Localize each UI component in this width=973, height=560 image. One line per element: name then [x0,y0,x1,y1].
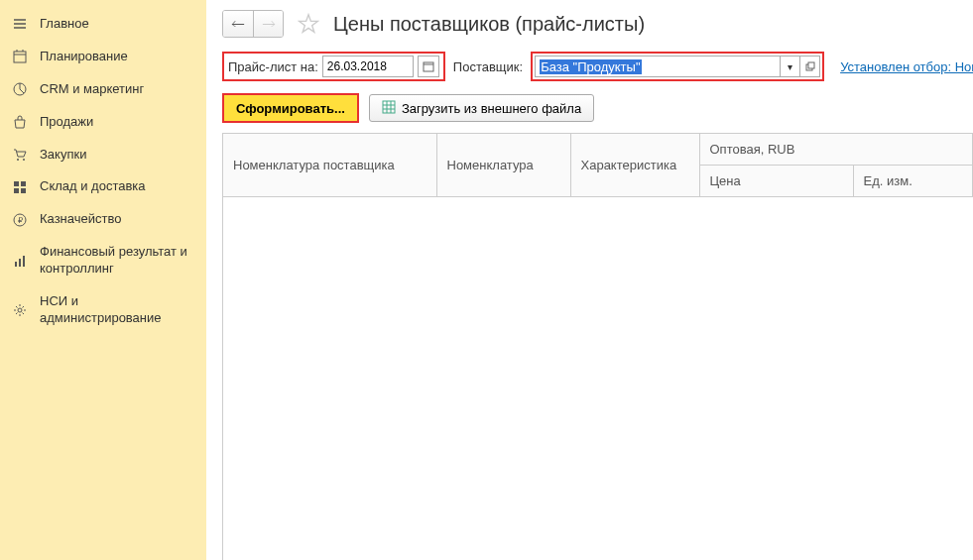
date-input[interactable] [322,56,414,77]
supplier-filter-group: База "Продукты" ▾ [531,52,824,81]
forward-button[interactable]: 🡒 [253,11,283,37]
open-external-button[interactable] [800,56,820,77]
nav-buttons: 🡐 🡒 [222,10,284,38]
calendar-button[interactable] [418,56,439,77]
sidebar-item-main[interactable]: Главное [0,8,206,41]
svg-rect-10 [15,262,17,267]
col-characteristic[interactable]: Характеристика [570,134,699,197]
svg-rect-16 [808,62,814,68]
sidebar-item-label: Склад и доставка [40,178,146,195]
date-filter-group: Прайс-лист на: [222,52,445,81]
header: 🡐 🡒 Цены поставщиков (прайс-листы) [206,0,973,46]
import-file-label: Загрузить из внешнего файла [402,101,581,116]
svg-rect-5 [21,181,26,186]
supplier-label: Поставщик: [453,59,523,74]
sidebar-item-label: CRM и маркетинг [40,81,144,98]
sidebar-item-planning[interactable]: Планирование [0,41,206,73]
ruble-icon: ₽ [12,212,28,228]
toolbar: Сформировать... Загрузить из внешнего фа… [206,87,973,133]
sidebar-item-crm[interactable]: CRM и маркетинг [0,73,206,106]
svg-rect-11 [19,259,21,267]
sidebar-item-label: Казначейство [40,211,121,228]
menu-icon [12,16,28,32]
svg-rect-12 [23,256,25,267]
gear-icon [12,302,28,318]
sidebar: Главное Планирование CRM и маркетинг Про… [0,0,206,560]
sidebar-item-admin[interactable]: НСИ и администрирование [0,285,206,335]
sidebar-item-finance[interactable]: Финансовый результат и контроллинг [0,236,206,285]
col-wholesale-group[interactable]: Оптовая, RUB [699,134,973,166]
data-table-wrap: Номенклатура поставщика Номенклатура Хар… [222,133,973,560]
col-supplier-nomenclature[interactable]: Номенклатура поставщика [223,134,436,197]
sidebar-item-label: Продажи [40,114,93,131]
svg-rect-4 [14,181,19,186]
sidebar-item-treasury[interactable]: ₽ Казначейство [0,203,206,236]
svg-rect-7 [21,188,26,193]
supplier-input[interactable]: База "Продукты" [535,56,781,77]
cart-icon [12,147,28,163]
back-button[interactable]: 🡐 [223,11,253,37]
data-table: Номенклатура поставщика Номенклатура Хар… [223,134,973,197]
pie-icon [12,81,28,97]
dropdown-button[interactable]: ▾ [781,56,800,77]
sidebar-item-label: Главное [40,16,89,33]
sidebar-item-label: Закупки [40,147,86,164]
col-unit[interactable]: Ед. изм. [853,166,973,197]
svg-point-2 [17,159,19,161]
svg-rect-6 [14,188,19,193]
generate-button-highlight: Сформировать... [222,93,359,123]
date-label: Прайс-лист на: [228,59,318,74]
svg-rect-14 [424,62,433,71]
import-file-button[interactable]: Загрузить из внешнего файла [369,94,594,122]
filters-row: Прайс-лист на: Поставщик: База "Продукты… [206,46,973,87]
sidebar-item-label: НСИ и администрирование [40,293,194,327]
svg-rect-17 [383,101,395,113]
filter-applied-link[interactable]: Установлен отбор: Номен [840,59,973,74]
page-title: Цены поставщиков (прайс-листы) [333,13,645,36]
col-nomenclature[interactable]: Номенклатура [436,134,570,197]
main-content: 🡐 🡒 Цены поставщиков (прайс-листы) Прайс… [206,0,973,560]
sidebar-item-sales[interactable]: Продажи [0,106,206,139]
sidebar-item-label: Планирование [40,49,128,65]
svg-rect-0 [14,52,26,62]
bag-icon [12,114,28,130]
table-icon [382,100,396,117]
svg-text:₽: ₽ [18,216,23,225]
sidebar-item-warehouse[interactable]: Склад и доставка [0,170,206,203]
grid-icon [12,179,28,195]
sidebar-item-purchases[interactable]: Закупки [0,139,206,171]
col-price[interactable]: Цена [699,166,853,197]
generate-button[interactable]: Сформировать... [224,95,357,121]
svg-point-3 [23,159,25,161]
bars-icon [12,253,28,269]
sidebar-item-label: Финансовый результат и контроллинг [40,244,194,278]
calendar-icon [12,49,28,64]
favorite-button[interactable] [296,11,321,37]
svg-point-13 [18,308,22,312]
